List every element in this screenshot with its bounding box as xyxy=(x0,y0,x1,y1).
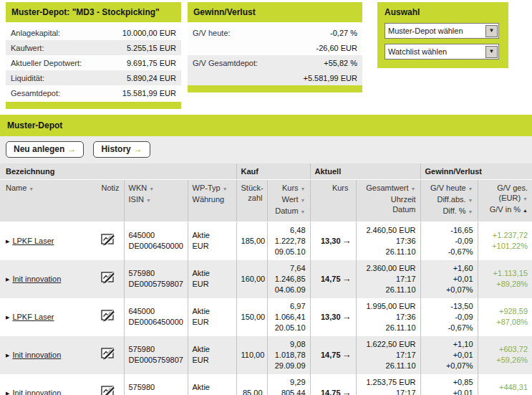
sort-down-icon: ▼ xyxy=(301,209,306,214)
diff-pct-value: +0,07% xyxy=(425,361,473,371)
sort-down-icon: ▼ xyxy=(301,186,306,191)
kauf-datum-value: 04.06.09 xyxy=(272,285,306,295)
sort-down-icon: ▼ xyxy=(468,198,473,203)
diff-pct-value: +0,07% xyxy=(425,285,473,295)
aktuell-kurs-value: 13,30 xyxy=(321,237,341,245)
gv-heute-value: -16,65 xyxy=(425,225,473,236)
notiz-chart-pencil-icon[interactable] xyxy=(101,309,116,325)
summary-value: 9.691,75 EUR xyxy=(82,59,176,67)
uhrzeit-value: 17:17 xyxy=(361,350,416,361)
history-button[interactable]: History→ xyxy=(93,141,150,158)
datum-value: 26.11.10 xyxy=(361,285,416,295)
gv-heute-value: +1,10 xyxy=(425,339,473,350)
watchlist-select[interactable]: Watchlist wählen ▼ xyxy=(385,44,499,60)
sort-down-icon: ▼ xyxy=(523,196,528,201)
history-label: History xyxy=(101,144,130,154)
gv-heute-label: G/V heute: xyxy=(193,29,231,37)
datum-value: 26.11.10 xyxy=(361,361,416,371)
summary-value: 5.890,24 EUR xyxy=(44,74,176,82)
gv-heute-value: +1,60 xyxy=(425,263,473,274)
position-name-link[interactable]: Init innovation xyxy=(12,275,61,283)
sort-header-kauf-wert[interactable]: Wert▼ xyxy=(272,194,306,206)
notiz-chart-pencil-icon[interactable] xyxy=(101,347,116,363)
wp-typ-value: Aktie xyxy=(193,382,232,393)
sort-header-wkn[interactable]: WKN▼ xyxy=(129,183,183,194)
isin-value: DE0006450000 xyxy=(129,241,183,252)
trend-unchanged-icon: → xyxy=(342,387,352,395)
header-waehrung: Währung xyxy=(193,194,232,204)
summary-label: Aktueller Depotwert: xyxy=(11,59,82,67)
position-name-link[interactable]: LPKF Laser xyxy=(12,237,54,245)
sort-header-wp-typ[interactable]: WP-Typ▼ xyxy=(193,183,232,194)
kauf-kurs-value: 7,64 xyxy=(272,263,306,274)
sort-header-kauf-kurs[interactable]: Kurs▼ xyxy=(272,183,306,194)
notiz-chart-pencil-icon[interactable] xyxy=(101,233,116,249)
header-notiz: Notiz xyxy=(94,179,124,222)
sort-down-icon: ▼ xyxy=(468,209,473,214)
header-gv-ges: G/V ges. xyxy=(483,183,528,193)
notiz-chart-pencil-icon[interactable] xyxy=(101,385,116,395)
gv-ges-eur-value: +1.237,72 xyxy=(483,230,528,241)
trend-unchanged-icon: → xyxy=(342,349,352,360)
position-row: ▶LPKF Laser 645000 DE0006450000 Aktie EU… xyxy=(0,222,532,260)
sort-header-gv-in-pct[interactable]: G/V in %▲ xyxy=(483,204,528,216)
sort-down-icon: ▼ xyxy=(149,186,154,191)
uhrzeit-value: 17:36 xyxy=(361,312,416,323)
notiz-chart-pencil-icon[interactable] xyxy=(101,271,116,287)
position-name-link[interactable]: Init innovation xyxy=(12,351,61,359)
uhrzeit-value: 17:36 xyxy=(361,236,416,247)
group-header-kauf: Kauf xyxy=(236,163,310,179)
waehrung-value: EUR xyxy=(193,355,232,366)
dropdown-button[interactable]: ▼ xyxy=(485,46,498,58)
diff-abs-value: +0,01 xyxy=(425,350,473,361)
group-header-aktuell: Aktuell xyxy=(310,163,420,179)
gv-ges-eur-value: +1.113,15 xyxy=(483,268,528,279)
stueckzahl-value: 160,00 xyxy=(236,260,267,298)
wkn-value: 575980 xyxy=(129,268,183,279)
gv-gesamt-eur-row: +5.581,99 EUR xyxy=(188,70,362,85)
sort-down-icon: ▼ xyxy=(223,186,228,191)
bullet-right-icon: ▶ xyxy=(6,353,9,358)
gv-ges-pct-value: +89,28% xyxy=(483,279,528,290)
position-name-link[interactable]: Init innovation xyxy=(12,389,61,395)
dropdown-button[interactable]: ▼ xyxy=(485,25,498,37)
kauf-kurs-value: 9,29 xyxy=(272,377,306,388)
diff-abs-value: -0,09 xyxy=(425,312,473,323)
sort-header-gesamtwert[interactable]: Gesamtwert▼ xyxy=(361,183,416,194)
panel-bottom-strip xyxy=(188,85,362,92)
bullet-right-icon: ▶ xyxy=(6,239,9,244)
wkn-value: 645000 xyxy=(129,306,183,317)
bullet-right-icon: ▶ xyxy=(6,391,9,395)
gv-ges-eur-value: +448,31 xyxy=(483,382,528,393)
wkn-value: 575980 xyxy=(129,382,183,393)
sort-header-diff-pct[interactable]: Diff. %▼ xyxy=(425,206,473,217)
kauf-kurs-value: 6,97 xyxy=(272,301,306,312)
sort-header-gv-heute[interactable]: G/V heute▼ xyxy=(425,183,473,194)
waehrung-value: EUR xyxy=(193,317,232,328)
chevron-down-icon: ▼ xyxy=(489,49,495,54)
diff-pct-value: -0,67% xyxy=(425,323,473,333)
muster-depot-select[interactable]: Muster-Depot wählen ▼ xyxy=(385,23,499,39)
isin-value: DE0006450000 xyxy=(129,317,183,328)
neu-anlegen-button[interactable]: Neu anlegen→ xyxy=(6,141,84,158)
sort-header-gv-ges-eur[interactable]: (EUR)▼ xyxy=(483,193,528,204)
wp-typ-value: Aktie xyxy=(193,306,232,317)
muster-depot-select-value: Muster-Depot wählen xyxy=(385,27,485,35)
kauf-wert-value: 1.018,78 xyxy=(272,350,306,361)
gesamtwert-value: 1.622,50 EUR xyxy=(361,339,416,350)
datum-value: 26.11.10 xyxy=(361,323,416,333)
header-aktuell-kurs: Kurs xyxy=(310,179,356,222)
sort-up-icon: ▲ xyxy=(523,208,528,213)
uhrzeit-value: 17:17 xyxy=(361,274,416,285)
sort-header-isin[interactable]: ISIN▼ xyxy=(129,194,183,206)
sort-header-kauf-datum[interactable]: Datum▼ xyxy=(272,206,306,217)
position-name-link[interactable]: LPKF Laser xyxy=(12,313,54,321)
sort-header-diff-abs[interactable]: Diff.abs.▼ xyxy=(425,194,473,206)
datum-value: 26.11.10 xyxy=(361,247,416,257)
aktuell-kurs-value: 14,75 xyxy=(321,389,341,395)
aktuell-kurs-value: 14,75 xyxy=(321,275,341,283)
sort-header-name[interactable]: Name▼ xyxy=(6,184,34,192)
gv-ges-eur-value: +603,72 xyxy=(483,344,528,355)
gv-ges-pct-value: +59,26% xyxy=(483,355,528,366)
header-aktuell-datum: Datum xyxy=(361,204,416,214)
